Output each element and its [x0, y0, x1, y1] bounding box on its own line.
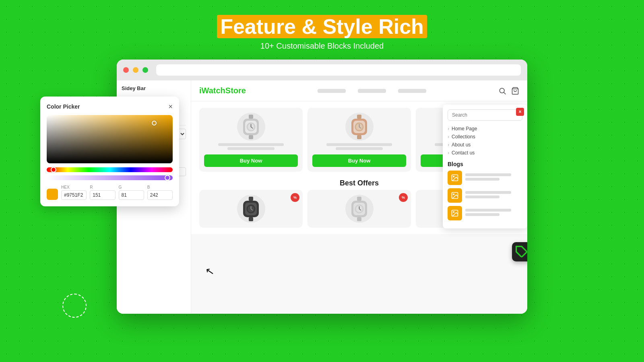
hue-cursor[interactable]	[51, 167, 56, 173]
search-close-icon: ×	[518, 109, 521, 115]
gradient-cursor[interactable]	[152, 121, 157, 125]
blog-img-icon-2	[451, 191, 459, 200]
maximize-button-icon[interactable]	[142, 67, 148, 73]
hex-input[interactable]	[61, 190, 87, 200]
browser-titlebar	[117, 60, 527, 80]
header-title: Feature & Style Rich	[217, 15, 427, 38]
svg-point-54	[453, 194, 454, 195]
tag-icon-decoration	[512, 242, 527, 261]
product-card-2: Buy Now	[308, 108, 411, 172]
product-bar-title-2	[326, 143, 392, 146]
picker-inputs: HEX R G B	[47, 185, 173, 200]
title-highlight: Feature & Style Rich	[217, 15, 427, 38]
svg-rect-27	[249, 197, 253, 201]
blog-thumb-1	[448, 171, 462, 185]
minimize-button-icon[interactable]	[133, 67, 138, 73]
blog-bar-desc-1	[465, 178, 500, 181]
discount-badge-2: %	[399, 193, 408, 202]
buy-now-button-1[interactable]: Buy Now	[204, 154, 298, 167]
blog-bar-title-2	[465, 191, 511, 194]
blog-text-1	[465, 173, 522, 182]
buy-now-button-2[interactable]: Buy Now	[312, 154, 406, 167]
search-close-button[interactable]: ×	[516, 108, 524, 116]
blog-text-2	[465, 191, 522, 200]
watch-svg-2	[348, 114, 370, 140]
store-nav-icons	[498, 87, 519, 95]
blog-item-2	[448, 188, 522, 203]
color-gradient-picker[interactable]	[47, 115, 173, 163]
bag-icon[interactable]	[511, 87, 519, 95]
product-text-1	[204, 143, 298, 150]
blog-bar-desc-3	[465, 213, 500, 216]
nav-menu-item-collections[interactable]: Collections	[448, 133, 522, 141]
discount-badge-1: %	[291, 193, 299, 202]
alpha-cursor[interactable]	[165, 175, 170, 181]
blog-img-icon-3	[451, 209, 459, 217]
close-button-icon[interactable]	[123, 67, 129, 73]
offer-card-2: %	[308, 190, 411, 228]
close-icon[interactable]: ×	[168, 103, 173, 110]
store-nav-links	[318, 89, 426, 93]
watch-img-2	[345, 113, 374, 141]
svg-point-52	[453, 176, 454, 177]
product-bar-price-2	[336, 147, 383, 150]
blog-img-icon-1	[451, 174, 459, 182]
store-navbar: iWatchStore	[191, 80, 527, 101]
nav-menu-item-contact[interactable]: Contact us	[448, 149, 522, 157]
hex-field: HEX	[61, 185, 87, 200]
product-bar-price-1	[227, 147, 275, 150]
blogs-title: Blogs	[448, 161, 522, 167]
r-input[interactable]	[90, 190, 115, 200]
nav-link-2[interactable]	[358, 89, 386, 93]
logo-rest: WatchStore	[202, 86, 246, 95]
g-label: G	[119, 185, 144, 189]
alpha-slider[interactable]	[47, 175, 173, 180]
nav-link-3[interactable]	[398, 89, 426, 93]
nav-menu: Home Page Collections About us Contact u…	[448, 125, 522, 157]
nav-item-label-about: About us	[452, 142, 471, 148]
b-input[interactable]	[147, 190, 173, 200]
g-input[interactable]	[119, 190, 144, 200]
product-bar-title-1	[218, 143, 284, 146]
search-input[interactable]	[448, 109, 522, 121]
blog-bar-title-3	[465, 209, 511, 212]
blog-item-1	[448, 171, 522, 185]
product-text-2	[312, 143, 406, 150]
offer-card-1: %	[199, 190, 303, 228]
nav-menu-item-about[interactable]: About us	[448, 141, 522, 149]
svg-rect-28	[249, 217, 253, 221]
color-picker-panel: Color Picker × HEX R G B	[40, 97, 179, 206]
offer-watch-2	[345, 195, 374, 223]
blog-bar-desc-2	[465, 195, 500, 198]
picker-header: Color Picker ×	[47, 103, 173, 110]
svg-rect-35	[357, 197, 361, 201]
r-label: R	[90, 185, 115, 189]
search-icon[interactable]	[498, 87, 506, 95]
address-bar[interactable]	[156, 64, 521, 76]
nav-menu-item-home[interactable]: Home Page	[448, 125, 522, 133]
offer-watch-1	[237, 195, 265, 223]
nav-link-1[interactable]	[318, 89, 346, 93]
offer-watch-svg-2	[348, 196, 370, 222]
svg-rect-3	[249, 115, 253, 119]
sidebar-title: Sidey Bar	[122, 85, 186, 91]
svg-point-56	[453, 212, 454, 213]
dashed-circle-decoration	[62, 294, 87, 318]
svg-point-0	[500, 88, 504, 93]
svg-rect-11	[357, 115, 361, 119]
watch-svg-1	[240, 114, 262, 140]
blog-bar-title-1	[465, 173, 511, 176]
color-preview	[47, 189, 58, 200]
svg-rect-4	[249, 135, 253, 139]
watch-img-1	[237, 113, 265, 141]
nav-item-label-contact: Contact us	[452, 150, 475, 156]
picker-title: Color Picker	[47, 103, 80, 110]
hue-slider[interactable]	[47, 167, 173, 172]
nav-item-label-home: Home Page	[452, 126, 477, 132]
search-overlay: × Home Page Collections About us Contact…	[443, 105, 527, 228]
header-subtitle: 10+ Customisable Blocks Included	[217, 41, 427, 51]
offer-watch-svg-1	[240, 196, 262, 222]
blog-thumb-2	[448, 188, 462, 203]
r-field: R	[90, 185, 115, 200]
svg-rect-12	[357, 135, 361, 139]
